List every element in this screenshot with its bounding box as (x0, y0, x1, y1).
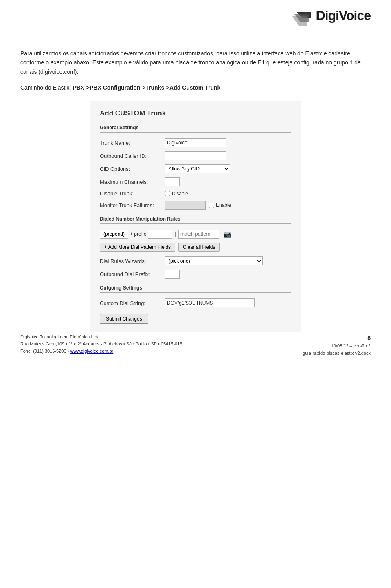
outbound-caller-input[interactable] (165, 151, 226, 160)
outgoing-section: Outgoing Settings Custom Dial String: Su… (100, 285, 291, 324)
footer-company-line3: Fone: (011) 3016-5200 • www.digivoice.co… (20, 348, 182, 355)
page-number: 8 (303, 334, 371, 343)
main-content: Para utilizarmos os canais adicionados d… (20, 49, 371, 332)
cid-options-label: CID Options: (100, 166, 165, 172)
path-value: PBX->PBX Configuration->Trunks->Add Cust… (72, 84, 220, 91)
ui-box-title: Add CUSTOM Trunk (100, 109, 291, 117)
outbound-caller-row: Outbound Caller ID: (100, 151, 291, 160)
dial-rules-label: Dial Rules Wizards: (100, 258, 165, 264)
footer-date-version: 10/08/12 – versão 2 (303, 343, 371, 350)
monitor-row: Monitor Trunk Failures: Enable (100, 201, 291, 210)
cid-options-row: CID Options: Allow Any CID Block Foreign… (100, 164, 291, 173)
monitor-input[interactable] (165, 201, 206, 210)
general-settings-label: General Settings (100, 125, 291, 133)
outbound-prefix-label: Outbound Dial Prefix: (100, 271, 165, 277)
max-channels-row: Maximum Channels: (100, 177, 291, 186)
logo-area: DigiVoice (292, 8, 371, 27)
dial-rules-select[interactable]: (pick one) (165, 256, 263, 265)
footer-company-line1: Digivoice Tecnologia em Eletrônica Ltda. (20, 334, 182, 341)
trunk-name-input[interactable] (165, 138, 226, 147)
intro-paragraph: Para utilizarmos os canais adicionados d… (20, 49, 371, 76)
disable-trunk-checkbox-label[interactable]: Disable (165, 191, 188, 197)
monitor-label: Monitor Trunk Failures: (100, 202, 165, 208)
custom-dial-row: Custom Dial String: (100, 298, 291, 307)
dial-section: Dialed Number Manipulation Rules (prepen… (100, 216, 291, 279)
dialed-number-label: Dialed Number Manipulation Rules (100, 216, 291, 224)
page: DigiVoice Para utilizarmos os canais adi… (0, 0, 391, 365)
monitor-enable-checkbox[interactable] (209, 203, 214, 208)
max-channels-input[interactable] (165, 177, 180, 186)
disable-trunk-label: Disable Trunk: (100, 190, 165, 197)
footer-left: Digivoice Tecnologia em Eletrônica Ltda.… (20, 334, 182, 355)
outbound-caller-label: Outbound Caller ID: (100, 153, 165, 159)
svg-marker-2 (292, 16, 307, 26)
prepend-button[interactable]: (prepend) (100, 230, 128, 239)
match-pattern-input[interactable] (178, 230, 219, 239)
logo-icon (292, 10, 313, 27)
ui-box: Add CUSTOM Trunk General Settings Trunk … (90, 101, 301, 332)
disable-trunk-checkbox[interactable] (165, 191, 170, 196)
dial-buttons-row: + Add More Dial Pattern Fields Clear all… (100, 243, 291, 252)
footer-company-line2: Rua Mateus Grou,109 • 1º e 2º Andares - … (20, 340, 182, 348)
disable-trunk-row: Disable Trunk: Disable (100, 190, 291, 197)
logo-text: DigiVoice (316, 8, 371, 23)
camera-icon[interactable]: 📷 (223, 230, 231, 238)
footer: Digivoice Tecnologia em Eletrônica Ltda.… (20, 330, 371, 357)
footer-doc-name: guia-rapido-placas-elastix-v2.docx (303, 350, 371, 357)
footer-phone: Fone: (011) 3016-5200 • (20, 349, 69, 354)
path-text: Caminho do Elastix: PBX->PBX Configurati… (20, 84, 371, 91)
prefix-input[interactable] (148, 230, 172, 239)
trunk-name-row: Trunk Name: (100, 138, 291, 147)
disable-trunk-checkbox-text: Disable (172, 191, 188, 197)
clear-fields-button[interactable]: Clear all Fields (178, 243, 220, 252)
cid-options-select[interactable]: Allow Any CID Block Foreign CIDs Force T… (165, 164, 230, 173)
outbound-prefix-input[interactable] (165, 270, 180, 279)
custom-dial-label: Custom Dial String: (100, 300, 165, 306)
pipe-separator: | (175, 231, 176, 237)
logo: DigiVoice (292, 8, 371, 27)
plus-prefix-text: + prefix (130, 231, 146, 237)
trunk-name-label: Trunk Name: (100, 140, 165, 146)
dial-pattern-row: (prepend) + prefix | 📷 (100, 230, 291, 239)
footer-right: 8 10/08/12 – versão 2 guia-rapido-placas… (303, 334, 371, 357)
submit-button[interactable]: Submit Changes (100, 314, 148, 324)
outbound-prefix-row: Outbound Dial Prefix: (100, 270, 291, 279)
path-label: Caminho do Elastix: (20, 84, 71, 91)
custom-dial-input[interactable] (165, 298, 255, 307)
monitor-enable-label[interactable]: Enable (209, 202, 231, 208)
add-more-button[interactable]: + Add More Dial Pattern Fields (100, 243, 175, 252)
monitor-enable-text: Enable (216, 202, 231, 208)
outgoing-settings-label: Outgoing Settings (100, 285, 291, 293)
dial-rules-row: Dial Rules Wizards: (pick one) (100, 256, 291, 265)
max-channels-label: Maximum Channels: (100, 179, 165, 185)
footer-website-link[interactable]: www.digivoice.com.br (70, 349, 114, 354)
